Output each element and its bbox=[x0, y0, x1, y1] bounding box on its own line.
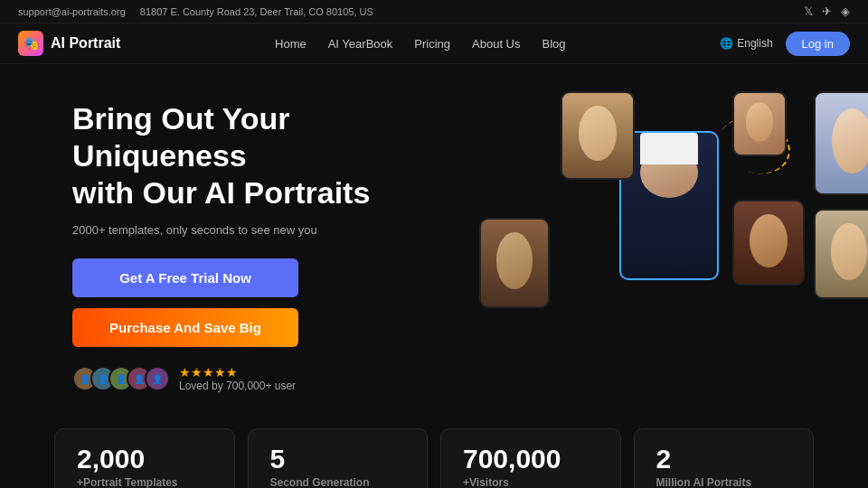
nav-about[interactable]: About Us bbox=[472, 37, 520, 51]
avatar-5: 👤 bbox=[145, 366, 170, 391]
navbar: 🎭 AI Portrait Home AI YearBook Pricing A… bbox=[0, 23, 868, 64]
stat-number-2: 700,000 bbox=[463, 446, 599, 473]
nav-links: Home AI YearBook Pricing About Us Blog bbox=[275, 37, 566, 51]
telegram-icon[interactable]: ✈ bbox=[822, 5, 832, 18]
nav-yearbook[interactable]: AI YearBook bbox=[328, 37, 393, 51]
social-proof-text: Loved by 700,000+ user bbox=[179, 380, 296, 392]
portrait-card-3 bbox=[814, 91, 868, 195]
top-bar-right: 𝕏 ✈ ◈ bbox=[804, 5, 850, 18]
stat-card-1: 5 Second Generation Quick and seamless c… bbox=[248, 428, 429, 488]
stat-sub-2: +Visitors bbox=[463, 476, 599, 488]
stat-sub-3: Million AI Portraits bbox=[656, 476, 792, 488]
avatar-group: 👤 👤 👤 👤 👤 bbox=[72, 366, 170, 391]
portrait-card-6 bbox=[732, 200, 805, 286]
portrait-card-2 bbox=[561, 91, 635, 180]
nav-pricing[interactable]: Pricing bbox=[414, 37, 450, 51]
login-button[interactable]: Log in bbox=[786, 32, 850, 56]
top-bar: support@ai-portraits.org 81807 E. County… bbox=[0, 0, 868, 23]
portrait-card-1 bbox=[732, 91, 787, 156]
stat-number-1: 5 bbox=[270, 446, 406, 473]
hero-title: Bring Out Your Uniquenesswith Our AI Por… bbox=[72, 100, 461, 211]
hero-section: Bring Out Your Uniquenesswith Our AI Por… bbox=[0, 64, 868, 410]
star-rating: ★★★★★ bbox=[179, 365, 296, 380]
hero-subtitle: 2000+ templates, only seconds to see new… bbox=[72, 223, 461, 237]
logo-text: AI Portrait bbox=[51, 35, 120, 52]
nav-blog[interactable]: Blog bbox=[542, 37, 566, 51]
portrait-card-4 bbox=[479, 218, 550, 308]
nav-logo[interactable]: 🎭 AI Portrait bbox=[18, 31, 120, 56]
stat-number-0: 2,000 bbox=[77, 446, 212, 473]
language-selector[interactable]: 🌐 English bbox=[720, 37, 772, 50]
logo-icon: 🎭 bbox=[18, 31, 43, 56]
stat-sub-0: +Portrait Templates bbox=[77, 476, 212, 488]
twitter-icon[interactable]: 𝕏 bbox=[804, 5, 813, 18]
trial-button[interactable]: Get A Free Trial Now bbox=[72, 258, 298, 297]
stats-section: 2,000 +Portrait Templates Explore a vast… bbox=[0, 414, 868, 488]
top-bar-left: support@ai-portraits.org 81807 E. County… bbox=[18, 6, 373, 17]
stat-sub-1: Second Generation bbox=[270, 476, 406, 488]
portrait-card-5 bbox=[814, 209, 868, 299]
discord-icon[interactable]: ◈ bbox=[841, 5, 850, 18]
email-info: support@ai-portraits.org bbox=[18, 6, 126, 17]
nav-home[interactable]: Home bbox=[275, 37, 307, 51]
stat-card-3: 2 Million AI Portraits Bringing imaginat… bbox=[634, 428, 815, 488]
portrait-collage bbox=[479, 91, 814, 362]
purchase-button[interactable]: Purchase And Save Big bbox=[72, 308, 298, 347]
stat-card-0: 2,000 +Portrait Templates Explore a vast… bbox=[54, 428, 235, 488]
hero-left: Bring Out Your Uniquenesswith Our AI Por… bbox=[72, 91, 461, 392]
stat-card-2: 700,000 +Visitors Engaging a growing com… bbox=[440, 428, 621, 488]
nav-right: 🌐 English Log in bbox=[720, 32, 850, 56]
social-proof: 👤 👤 👤 👤 👤 ★★★★★ Loved by 700,000+ user bbox=[72, 365, 461, 392]
address-info: 81807 E. County Road 23, Deer Trail, CO … bbox=[140, 6, 373, 17]
stat-number-3: 2 bbox=[656, 446, 792, 473]
